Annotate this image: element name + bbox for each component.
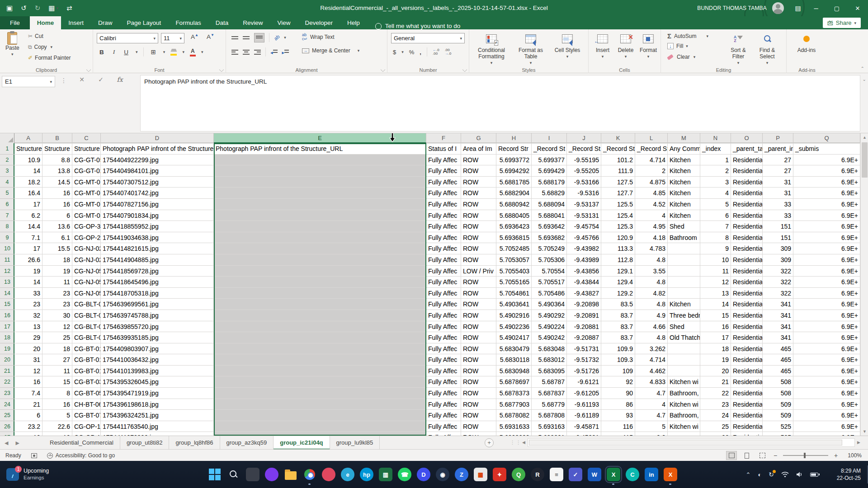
cancel-icon[interactable]: ✕ bbox=[76, 76, 88, 83]
taskbar-icon-app-red-pin[interactable]: ✦ bbox=[493, 468, 506, 481]
taskbar-icon-chrome[interactable] bbox=[303, 468, 316, 481]
cell-K16[interactable]: 83.7 bbox=[601, 310, 635, 321]
cell-H18[interactable]: 5.4902417 bbox=[496, 332, 532, 343]
row-header-23[interactable]: 23 bbox=[0, 388, 14, 399]
cell-D12[interactable]: 1754418569728.jpg bbox=[101, 266, 214, 277]
cell-H10[interactable]: 5.7052485 bbox=[496, 243, 532, 254]
cell-A8[interactable]: 14.4 bbox=[14, 221, 42, 232]
sheet-nav-left-icon[interactable]: ◀ bbox=[5, 440, 8, 446]
cell-I17[interactable]: 5.490224 bbox=[532, 321, 567, 333]
cell-L24[interactable]: 4 bbox=[635, 399, 668, 410]
cell-A9[interactable]: 7.1 bbox=[14, 232, 42, 244]
cell-J4[interactable]: -9.53166 bbox=[567, 177, 601, 188]
cell-A5[interactable]: 16.4 bbox=[14, 188, 42, 199]
cell-C22[interactable]: CG-BT-03 bbox=[72, 376, 101, 388]
ribbon-tab-view[interactable]: View bbox=[270, 16, 297, 29]
cell-F10[interactable]: Fully Affec bbox=[426, 243, 461, 254]
minimize-button[interactable]: ─ bbox=[806, 0, 826, 16]
cell-D25[interactable]: 1754396324251.jpg bbox=[101, 410, 214, 421]
cell-I25[interactable]: 5.687808 bbox=[532, 410, 567, 421]
cell-Q24[interactable]: 6.9E+ bbox=[793, 399, 860, 410]
cell-P19[interactable]: 465 bbox=[763, 343, 793, 355]
cell-B9[interactable]: 6.1 bbox=[42, 232, 72, 244]
cell-L22[interactable]: 4.833 bbox=[635, 376, 668, 388]
cell-M12[interactable] bbox=[668, 266, 700, 277]
cell-G14[interactable]: ROW bbox=[461, 288, 496, 299]
cell-L17[interactable]: 4.66 bbox=[635, 321, 668, 333]
cell-J5[interactable]: -9.5316 bbox=[567, 188, 601, 199]
column-header-I[interactable]: I bbox=[532, 133, 567, 143]
cell-J14[interactable]: -9.43827 bbox=[567, 288, 601, 299]
cell-L20[interactable]: 4.714 bbox=[635, 354, 668, 366]
cell-M26[interactable]: Kitchen wi bbox=[668, 421, 700, 432]
cell-N11[interactable]: 10 bbox=[700, 254, 731, 266]
cell-O7[interactable]: Residentia bbox=[731, 210, 763, 221]
align-middle-button[interactable] bbox=[243, 35, 250, 41]
cell-Q21[interactable]: 6.9E+ bbox=[793, 366, 860, 377]
row-header-22[interactable]: 22 bbox=[0, 376, 14, 388]
sheet-tab-group_lu9kl85[interactable]: group_lu9kl85 bbox=[330, 436, 380, 450]
cell-L2[interactable]: 4.714 bbox=[635, 155, 668, 166]
cell-D8[interactable]: 1754418855952.jpg bbox=[101, 221, 214, 232]
cell-N27[interactable]: 26 bbox=[700, 432, 731, 436]
cell-M11[interactable] bbox=[668, 254, 700, 266]
cell-F25[interactable]: Fully Affec bbox=[426, 410, 461, 421]
column-header-K[interactable]: K bbox=[601, 133, 635, 143]
row-header-16[interactable]: 16 bbox=[0, 310, 14, 321]
cell-E4[interactable] bbox=[214, 177, 426, 188]
cell-Q23[interactable]: 6.9E+ bbox=[793, 388, 860, 399]
cell-A7[interactable]: 6.2 bbox=[14, 210, 42, 221]
cell-A15[interactable]: 23 bbox=[14, 299, 42, 310]
cell-N7[interactable]: 6 bbox=[700, 210, 731, 221]
cell-Q17[interactable]: 6.9E+ bbox=[793, 321, 860, 333]
accounting-dropdown[interactable]: ▾ bbox=[401, 50, 404, 54]
sheet-tab-group_ic21i04q[interactable]: group_ic21i04q bbox=[274, 436, 330, 450]
borders-button[interactable]: ⊞ bbox=[149, 48, 158, 56]
cell-E16[interactable] bbox=[214, 310, 426, 321]
sync-icon[interactable]: ↻ bbox=[769, 471, 774, 478]
row-header-13[interactable]: 13 bbox=[0, 277, 14, 288]
cell-B18[interactable]: 25 bbox=[42, 332, 72, 343]
cell-F23[interactable]: Fully Affec bbox=[426, 388, 461, 399]
cell-L3[interactable]: 2 bbox=[635, 165, 668, 177]
cell-J13[interactable]: -9.43844 bbox=[567, 277, 601, 288]
cell-M3[interactable]: Kitchen bbox=[668, 165, 700, 177]
cell-C15[interactable]: CG-BLT-02 bbox=[72, 299, 101, 310]
cell-B16[interactable]: 30 bbox=[42, 310, 72, 321]
cell-I5[interactable]: 5.68829 bbox=[532, 188, 567, 199]
cell-B21[interactable]: 11 bbox=[42, 366, 72, 377]
zoom-slider[interactable] bbox=[783, 455, 828, 456]
cell-J7[interactable]: -9.53131 bbox=[567, 210, 601, 221]
cell-L7[interactable]: 4 bbox=[635, 210, 668, 221]
cell-P21[interactable]: 465 bbox=[763, 366, 793, 377]
cell-A4[interactable]: 18.2 bbox=[14, 177, 42, 188]
cell-F5[interactable]: Fully Affec bbox=[426, 188, 461, 199]
cell-Q19[interactable]: 6.9E+ bbox=[793, 343, 860, 355]
cell-Q25[interactable]: 6.9E+ bbox=[793, 410, 860, 421]
cell-O3[interactable]: Residentia bbox=[731, 165, 763, 177]
cell-P13[interactable]: 322 bbox=[763, 277, 793, 288]
insert-cells-button[interactable]: ← Insert ▾ bbox=[592, 32, 613, 60]
cell-P9[interactable]: 151 bbox=[763, 232, 793, 244]
column-header-Q[interactable]: Q bbox=[793, 133, 860, 143]
cell-D17[interactable]: 1754639855720.jpg bbox=[101, 321, 214, 333]
cell-L21[interactable]: 4.462 bbox=[635, 366, 668, 377]
row-header-7[interactable]: 7 bbox=[0, 210, 14, 221]
onedrive-icon[interactable]: ◐ bbox=[758, 471, 761, 478]
ribbon-tab-draw[interactable]: Draw bbox=[91, 16, 120, 29]
cell-G27[interactable]: ROW bbox=[461, 432, 496, 436]
cell-C9[interactable]: CG-OP-27 bbox=[72, 232, 101, 244]
cell-Q14[interactable]: 6.9E+ bbox=[793, 288, 860, 299]
cell-C18[interactable]: CG-BLT-02 bbox=[72, 332, 101, 343]
row-header-10[interactable]: 10 bbox=[0, 243, 14, 254]
cell-F15[interactable]: Fully Affec bbox=[426, 299, 461, 310]
align-right-button[interactable] bbox=[254, 48, 261, 56]
cell-O8[interactable]: Residentia bbox=[731, 221, 763, 232]
decrease-decimal-button[interactable]: .00→.0 bbox=[445, 48, 452, 56]
cell-P1[interactable]: _parent_in bbox=[763, 143, 793, 155]
cell-G15[interactable]: ROW bbox=[461, 299, 496, 310]
cell-N26[interactable]: 25 bbox=[700, 421, 731, 432]
cell-P23[interactable]: 508 bbox=[763, 388, 793, 399]
cell-G9[interactable]: ROW bbox=[461, 232, 496, 244]
cell-E21[interactable] bbox=[214, 366, 426, 377]
